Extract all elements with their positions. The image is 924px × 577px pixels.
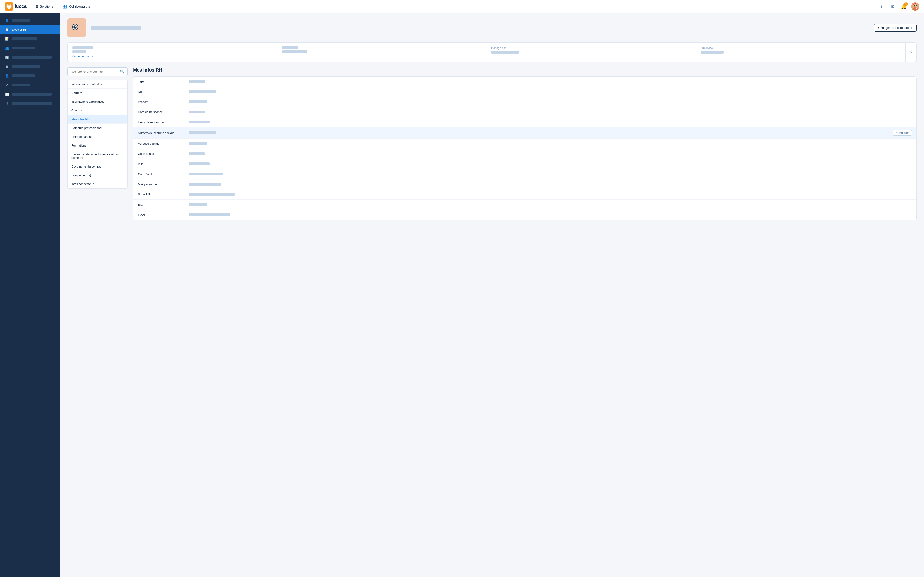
sidebar-item-label-9 [12,93,52,95]
row-value-ville [189,162,912,166]
sidebar-item-dossier-rh[interactable]: 📋 Dossier RH [0,25,60,34]
value-ph [189,131,216,134]
nav-item-infos-connecteur[interactable]: Infos connecteur [68,180,127,189]
row-label-date-naissance: Date de naissance [138,110,189,114]
table-row-numero-secu: Numéro de sécurité sociale ✏ Modifier [133,127,916,139]
chevron-right-icon: › [123,100,124,103]
external-icon: ↗ [5,83,9,87]
search-icon: 🔍 [120,69,124,74]
notifications-button[interactable]: 🔔 6 [900,3,907,10]
value-ph [189,90,216,93]
nav-item-documents-contrat[interactable]: Documents du contrat [68,162,127,171]
value-ph [189,193,235,196]
sidebar-item-7[interactable]: 👤 [0,71,60,80]
table-row-ville: Ville [133,159,916,169]
avatar[interactable] [911,2,919,11]
chevron-right-icon: › [123,109,124,112]
row-value-iban [189,213,912,217]
value-ph [189,80,205,83]
main-content: Changer de collaborateur Contrat en cour… [60,13,924,577]
chevron-right-icon-10: › [55,102,55,105]
nav-item-label: Mes infos RH [71,118,89,121]
info-card-3: Managé par [486,43,696,61]
edit-icon: ✏ [896,131,898,135]
info-icon: ℹ [880,4,882,9]
sidebar-item-label-6 [12,65,40,68]
card2-value [282,50,307,53]
person-icon: 👤 [5,73,9,78]
settings-icon: ⚙ [5,101,9,106]
nav-item-label: Entretien annuel [71,135,93,139]
value-ph [189,163,210,165]
sidebar-item-6[interactable]: ☰ [0,62,60,71]
change-collaborateur-button[interactable]: Changer de collaborateur [874,24,917,32]
list-icon: ☰ [5,64,9,69]
sidebar-item-label-4 [12,47,35,49]
sidebar-item-8[interactable]: ↗ [0,80,60,90]
search-input[interactable] [71,70,120,73]
sidebar-item-profile[interactable]: 👤 [0,16,60,25]
table-row-code-postal: Code postal [133,149,916,159]
folder-icon: 📋 [5,27,9,32]
logo[interactable]: lucca [5,2,27,11]
value-ph [189,152,205,155]
nav-item-mes-infos-rh[interactable]: Mes infos RH [68,115,127,124]
sidebar-item-4[interactable]: 👥 [0,44,60,53]
nav-item-label: Documents du contrat [71,165,101,168]
nav-item-equipements[interactable]: Equipement(s) [68,171,127,180]
table-row-iban: IBAN [133,210,916,220]
svg-point-15 [80,24,82,28]
chevron-right-icon-5: › [55,56,55,59]
row-value-bic [189,203,912,206]
settings-button[interactable]: ⚙ [889,3,896,10]
nav-item-label: Carrière [71,91,82,95]
modifier-button[interactable]: ✏ Modifier [893,130,912,136]
sidebar-item-3[interactable]: 📝 [0,34,60,44]
nav-item-evaluation[interactable]: Evaluation de la performance et du poten… [68,150,127,162]
collaborateurs-label: Collaborateurs [69,5,90,8]
row-label-mail-personnel: Mail personnel [138,182,189,186]
info-button[interactable]: ℹ [878,3,885,10]
value-ph [189,111,205,113]
section-title: Mes infos RH [133,68,917,73]
sidebar-item-10[interactable]: ⚙ › [0,99,60,108]
sidebar-item-label-5 [12,56,52,59]
svg-point-4 [7,6,11,9]
card4-value [701,51,724,53]
nav-item-formations[interactable]: Formations [68,141,127,150]
modifier-label: Modifier [899,131,909,135]
nav-item-entretien-annuel[interactable]: Entretien annuel [68,132,127,141]
info-card-4: Supervisé [696,43,906,61]
table-row-date-naissance: Date de naissance [133,107,916,117]
profile-name [90,26,141,30]
nav-item-carriere[interactable]: Carrière [68,89,127,97]
row-label-carte-vital: Carte Vital [138,172,189,176]
row-value-carte-vital [189,172,912,176]
row-label-bic: BIC [138,203,189,206]
sidebar-item-9[interactable]: 📊 › [0,90,60,99]
nav-item-parcours-professionnel[interactable]: Parcours professionnel [68,124,127,132]
profile-avatar-svg [69,19,85,36]
sidebar-item-5[interactable]: 🔄 › [0,53,60,62]
row-label-nom: Nom [138,90,189,93]
nav-item-contrats[interactable]: Contrats › [68,106,127,115]
content-area: 🔍 Informations générales › Carrière Info… [68,68,917,220]
nav-item-informations-generales[interactable]: Informations générales › [68,80,127,89]
info-cards: Contrat en cours Managé par Supervisé › [68,42,917,62]
row-label-lieux-naissance: Lieux de naissance [138,121,189,124]
info-card-1: Contrat en cours [68,43,277,61]
chart-icon: 📊 [5,92,9,97]
nav-menu: Informations générales › Carrière Inform… [68,80,128,189]
row-value-adresse [189,142,912,146]
value-ph [189,121,210,124]
solutions-button[interactable]: ⊞ Solutions ▾ [32,3,59,10]
table-row-mail-personnel: Mail personnel [133,179,916,190]
sidebar-item-label-3 [12,37,37,40]
gear-icon: ⚙ [890,4,895,9]
nav-item-informations-applicatives[interactable]: Informations applicatives › [68,97,127,106]
value-ph [189,142,207,145]
card-nav-next[interactable]: › [905,43,916,61]
value-ph [189,203,207,206]
collaborateurs-button[interactable]: 👥 Collaborateurs [60,3,93,10]
grid-icon: ⊞ [36,4,38,8]
